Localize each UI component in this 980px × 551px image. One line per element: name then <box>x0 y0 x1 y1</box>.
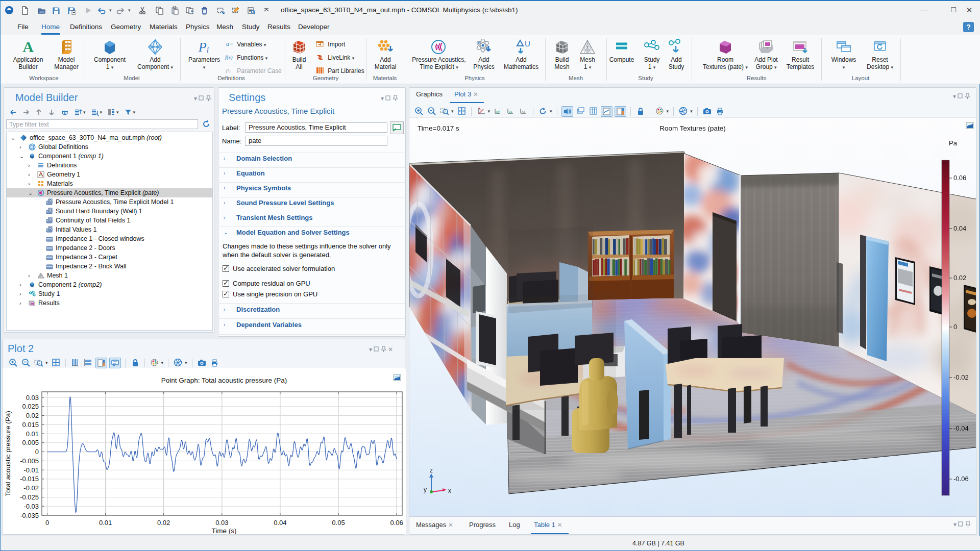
svg-text:0.02: 0.02 <box>157 519 170 527</box>
svg-text:0.06: 0.06 <box>390 519 403 527</box>
svg-text:D: D <box>49 217 52 221</box>
svg-text:0.01: 0.01 <box>26 430 39 438</box>
svg-text:-0.035: -0.035 <box>20 512 39 519</box>
svg-text:yz: yz <box>509 109 513 113</box>
svg-text:D: D <box>49 208 52 212</box>
svg-text:Pa: Pa <box>949 139 958 147</box>
svg-text:-0.03: -0.03 <box>23 503 39 510</box>
svg-text:xz: xz <box>522 109 526 113</box>
svg-text:U: U <box>525 39 530 48</box>
svg-text:0.03: 0.03 <box>215 519 228 527</box>
svg-text:0: 0 <box>953 323 957 331</box>
svg-text:0.005: 0.005 <box>22 439 39 446</box>
svg-text:Pi: Pi <box>198 40 209 55</box>
svg-text:-0.02: -0.02 <box>23 484 39 492</box>
svg-text:0.015: 0.015 <box>22 421 39 429</box>
svg-text:-0.04: -0.04 <box>953 424 969 432</box>
svg-text:-0.005: -0.005 <box>20 457 39 465</box>
svg-text:0.04: 0.04 <box>274 519 286 527</box>
svg-text:-0.025: -0.025 <box>20 493 39 501</box>
svg-text:0.02: 0.02 <box>953 274 966 282</box>
svg-text:0.05: 0.05 <box>332 519 345 527</box>
svg-text:0.03: 0.03 <box>26 394 39 402</box>
svg-text:0.02: 0.02 <box>26 412 39 419</box>
svg-text:Total acoustic pressure (Pa): Total acoustic pressure (Pa) <box>4 411 12 496</box>
svg-text:D: D <box>49 199 52 203</box>
svg-text:0.025: 0.025 <box>22 403 39 410</box>
svg-text:Time=0.017 s: Time=0.017 s <box>418 124 459 132</box>
svg-text:xy: xy <box>496 109 500 113</box>
svg-text:D: D <box>49 227 52 230</box>
svg-text:Time (s): Time (s) <box>212 527 237 534</box>
svg-text:-0.02: -0.02 <box>953 373 969 381</box>
svg-text:A: A <box>22 39 34 55</box>
svg-text:y: y <box>424 486 427 493</box>
svg-text:f(x): f(x) <box>225 55 233 61</box>
svg-text:0.06: 0.06 <box>953 174 966 182</box>
svg-text:0: 0 <box>35 448 39 456</box>
svg-text:Room Textures (pate): Room Textures (pate) <box>659 124 726 132</box>
svg-text:Point Graph: Total acoustic pr: Point Graph: Total acoustic pressure (Pa… <box>161 377 287 384</box>
svg-text:z: z <box>430 467 433 474</box>
svg-text:Pi: Pi <box>225 67 231 74</box>
svg-text:0: 0 <box>45 519 49 527</box>
svg-text:-0.015: -0.015 <box>20 475 39 483</box>
svg-text:-0.06: -0.06 <box>953 475 969 483</box>
svg-text:x: x <box>448 487 451 494</box>
svg-text:0.01: 0.01 <box>99 519 112 527</box>
svg-text:a=: a= <box>226 40 233 47</box>
svg-text:0.04: 0.04 <box>953 224 966 232</box>
svg-text:-0.01: -0.01 <box>23 466 39 474</box>
